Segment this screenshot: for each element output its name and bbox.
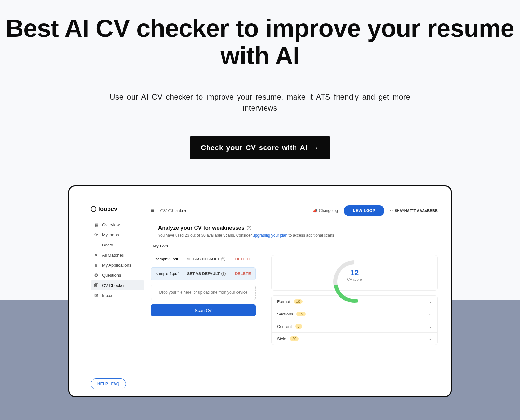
score-column: 12 CV score Format 10 ⌄ Sections 15 — [271, 253, 438, 345]
hero-subtitle: Use our AI CV checker to improve your re… — [108, 92, 412, 114]
page-title: CV Checker — [160, 208, 187, 213]
chevron-down-icon: ⌄ — [429, 312, 432, 316]
page-icon: 🗐 — [94, 283, 99, 288]
set-default-button[interactable]: SET AS DEFAULT ? — [187, 272, 226, 276]
analyze-sub-prefix: You have used 23 out of 30 available Sca… — [158, 233, 253, 238]
delete-button[interactable]: DELETE — [235, 272, 251, 276]
hero-title: Best AI CV checker to improve your resum… — [0, 15, 520, 69]
set-default-label: SET AS DEFAULT — [187, 272, 220, 276]
acc-label: Style — [277, 336, 286, 341]
sidebar-item-label: Board — [102, 243, 113, 247]
cv-score-card: 12 CV score — [271, 255, 438, 291]
accordion-row-sections[interactable]: Sections 15 ⌄ — [272, 308, 437, 320]
sidebar-item-label: My loops — [102, 232, 119, 237]
changelog-link[interactable]: 📣 Changelog — [313, 208, 338, 213]
sidebar-item-my-applications[interactable]: 🗎 My Applications — [91, 260, 144, 270]
sidebar-item-label: All Matches — [102, 253, 124, 258]
user-menu[interactable]: ⍾ SHAYNAFFF AAAABBBB — [390, 209, 438, 213]
brand[interactable]: loopcv — [91, 206, 144, 213]
hero-section: Best AI CV checker to improve your resum… — [0, 0, 520, 159]
chevron-down-icon: ⌄ — [429, 324, 432, 329]
shuffle-icon: ✕ — [94, 253, 99, 258]
hamburger-icon[interactable]: ≡ — [151, 207, 154, 214]
analyze-title-text: Analyze your CV for weaknesses — [158, 225, 245, 231]
app-screenshot-frame: loopcv ▦ Overview ⟳ My loops ▭ Board ✕ A… — [68, 185, 452, 397]
delete-button[interactable]: DELETE — [235, 257, 251, 261]
user-name: SHAYNAFFF AAAABBBB — [395, 209, 438, 213]
acc-label: Format — [277, 299, 290, 304]
new-loop-button[interactable]: NEW LOOP — [344, 205, 384, 216]
sidebar-item-board[interactable]: ▭ Board — [91, 240, 144, 250]
sidebar-item-questions[interactable]: ✪ Questions — [91, 270, 144, 280]
accordion-row-style[interactable]: Style 20 ⌄ — [272, 332, 437, 345]
document-icon: 🗎 — [94, 263, 99, 268]
set-default-button[interactable]: SET AS DEFAULT ? — [187, 257, 225, 261]
sidebar-item-all-matches[interactable]: ✕ All Matches — [91, 250, 144, 260]
sidebar-item-label: My Applications — [102, 263, 131, 268]
dashboard-icon: ▦ — [94, 222, 99, 227]
cv-list-column: sample-2.pdf SET AS DEFAULT ? DELETE sam… — [151, 253, 256, 345]
sidebar-item-label: CV Checker — [102, 283, 125, 288]
score-gauge: 12 CV score — [333, 260, 376, 283]
sidebar-item-label: Overview — [102, 222, 120, 227]
sidebar-item-overview[interactable]: ▦ Overview — [91, 220, 144, 230]
my-cvs-label: My CVs — [153, 244, 438, 248]
board-icon: ▭ — [94, 243, 99, 247]
sidebar-item-my-loops[interactable]: ⟳ My loops — [91, 230, 144, 240]
refresh-icon: ⟳ — [94, 232, 99, 237]
sidebar-item-label: Questions — [102, 273, 121, 278]
arrow-right-icon: → — [312, 144, 319, 152]
chevron-down-icon: ⌄ — [429, 336, 432, 341]
cv-row[interactable]: sample-1.pdf SET AS DEFAULT ? DELETE — [151, 267, 256, 280]
cv-filename: sample-1.pdf — [156, 272, 182, 276]
sidebar-item-cv-checker[interactable]: 🗐 CV Checker — [91, 280, 144, 290]
loop-icon — [91, 206, 96, 212]
analyze-subtext: You have used 23 out of 30 available Sca… — [158, 233, 438, 238]
scan-cv-button[interactable]: Scan CV — [151, 304, 256, 316]
megaphone-icon: 📣 — [313, 208, 318, 213]
chevron-down-icon: ⌄ — [429, 299, 432, 304]
score-badge: 5 — [295, 324, 302, 329]
sidebar-item-label: Inbox — [102, 293, 112, 298]
acc-label: Sections — [277, 312, 293, 316]
content-row: sample-2.pdf SET AS DEFAULT ? DELETE sam… — [151, 253, 438, 345]
mail-icon: ✉ — [94, 293, 99, 298]
upload-dropzone[interactable]: Drop your file here, or upload one from … — [151, 285, 256, 300]
sidebar-item-inbox[interactable]: ✉ Inbox — [91, 290, 144, 301]
topbar: ≡ CV Checker 📣 Changelog NEW LOOP ⍾ SHAY… — [151, 206, 438, 216]
help-icon: ? — [221, 272, 226, 276]
cv-row[interactable]: sample-2.pdf SET AS DEFAULT ? DELETE — [151, 253, 256, 265]
score-label: CV score — [333, 277, 376, 281]
analyze-sub-suffix: to access additional scans — [287, 233, 334, 238]
brand-name: loopcv — [98, 206, 117, 213]
help-faq-button[interactable]: HELP - FAQ — [91, 378, 126, 389]
sidebar: loopcv ▦ Overview ⟳ My loops ▭ Board ✕ A… — [91, 206, 144, 389]
help-icon[interactable]: ? — [247, 226, 251, 230]
accordion-row-content[interactable]: Content 5 ⌄ — [272, 320, 437, 332]
cv-filename: sample-2.pdf — [155, 257, 182, 261]
cta-label: Check your CV score with AI — [201, 144, 307, 152]
chat-icon: ✪ — [94, 273, 99, 278]
help-icon: ? — [221, 257, 225, 261]
upgrade-plan-link[interactable]: upgrading your plan — [253, 233, 287, 238]
check-cv-score-button[interactable]: Check your CV score with AI → — [190, 136, 330, 159]
score-badge: 20 — [290, 336, 299, 341]
analyze-title: Analyze your CV for weaknesses ? — [158, 225, 438, 231]
main-panel: ≡ CV Checker 📣 Changelog NEW LOOP ⍾ SHAY… — [144, 206, 438, 389]
score-badge: 15 — [296, 312, 306, 316]
score-value: 12 — [333, 268, 376, 277]
set-default-label: SET AS DEFAULT — [187, 257, 220, 261]
changelog-label: Changelog — [319, 208, 338, 213]
user-icon: ⍾ — [390, 209, 393, 213]
score-badge: 10 — [294, 299, 303, 304]
acc-label: Content — [277, 324, 292, 329]
